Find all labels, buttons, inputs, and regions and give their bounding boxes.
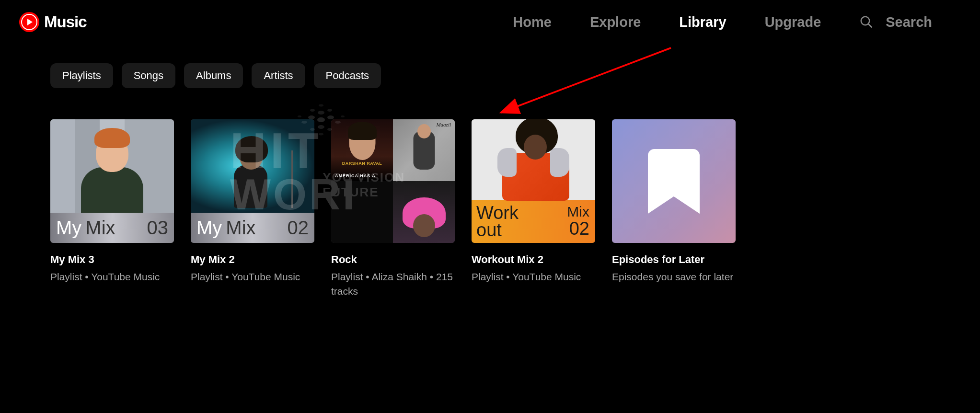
overlay-word: Mix [85,217,115,239]
youtube-music-icon [19,12,39,32]
overlay-number: 02 [288,217,309,239]
main-nav: Home Explore Library Upgrade Search [513,14,932,30]
playlist-card-my-mix-3[interactable]: My Mix 03 My Mix 3 Playlist • YouTube Mu… [50,119,174,299]
playlist-thumbnail [612,119,736,243]
svg-line-1 [868,24,872,28]
search-icon [859,15,874,29]
overlay-word-2: out [476,220,502,240]
overlay-number: 03 [147,217,169,239]
overlay-word: Mix [226,217,255,239]
library-grid: My Mix 03 My Mix 3 Playlist • YouTube Mu… [0,93,980,309]
svg-point-0 [861,17,870,25]
nav-explore[interactable]: Explore [590,14,641,30]
playlist-subtitle: Playlist • YouTube Music [50,270,174,284]
playlist-subtitle: Episodes you save for later [612,270,736,284]
overlay-prefix: My [196,217,222,239]
playlist-title: My Mix 2 [191,253,314,266]
header: Music Home Explore Library Upgrade Searc… [0,0,980,44]
search-button[interactable]: Search [859,14,932,30]
playlist-thumbnail: My Mix 02 [191,119,314,243]
overlay-number: 02 [569,218,589,239]
playlist-subtitle: Playlist • Aliza Shaikh • 215 tracks [331,270,455,299]
playlist-card-episodes-for-later[interactable]: Episodes for Later Episodes you save for… [612,119,736,299]
playlist-subtitle: Playlist • YouTube Music [191,270,314,284]
chip-playlists[interactable]: Playlists [50,63,113,88]
nav-upgrade[interactable]: Upgrade [765,14,821,30]
nav-home[interactable]: Home [513,14,552,30]
search-label: Search [886,14,932,30]
playlist-card-my-mix-2[interactable]: My Mix 02 My Mix 2 Playlist • YouTube Mu… [191,119,314,299]
chip-podcasts[interactable]: Podcasts [314,63,381,88]
logo-text: Music [44,13,87,31]
filter-chips: Playlists Songs Albums Artists Podcasts [0,44,980,93]
playlist-thumbnail: DARSHAN RAVAL AMERICA HAS A Maazil [331,119,455,243]
playlist-card-rock[interactable]: DARSHAN RAVAL AMERICA HAS A Maazil Rock [331,119,455,299]
playlist-subtitle: Playlist • YouTube Music [472,270,595,284]
playlist-thumbnail: My Mix 03 [50,119,174,243]
playlist-card-workout-mix-2[interactable]: Work out Mix 02 Workout Mix 2 Playlist •… [472,119,595,299]
playlist-title: Episodes for Later [612,253,736,266]
bookmark-icon [647,149,700,214]
chip-artists[interactable]: Artists [252,63,305,88]
album-text: Maazil [436,122,451,127]
album-text: DARSHAN RAVAL [331,161,393,166]
nav-library[interactable]: Library [679,14,726,30]
chip-albums[interactable]: Albums [184,63,243,88]
overlay-prefix: My [56,217,81,239]
playlist-title: Workout Mix 2 [472,253,595,266]
logo[interactable]: Music [19,12,87,32]
playlist-title: My Mix 3 [50,253,174,266]
album-text: AMERICA HAS A [335,173,376,178]
playlist-thumbnail: Work out Mix 02 [472,119,595,243]
playlist-title: Rock [331,253,455,266]
chip-songs[interactable]: Songs [122,63,175,88]
